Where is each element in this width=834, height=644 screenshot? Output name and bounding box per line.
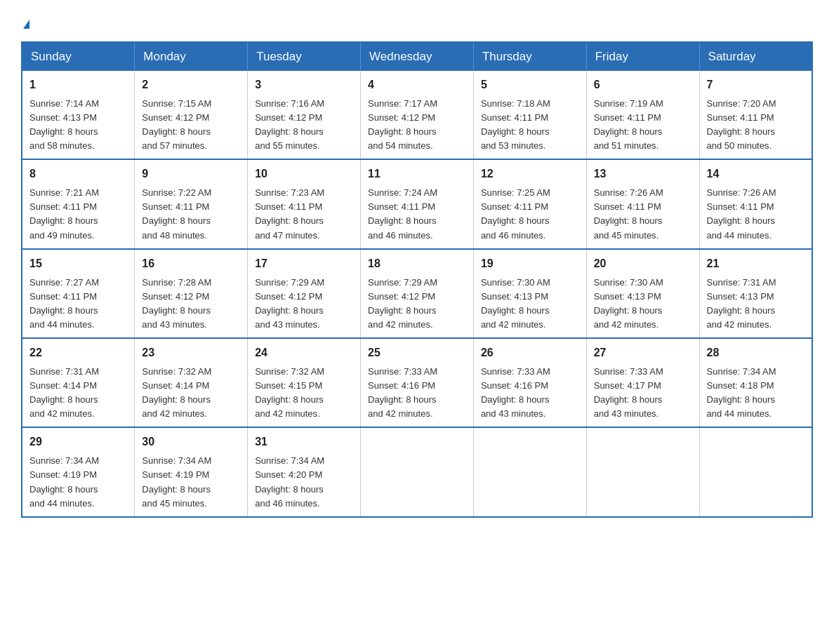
day-info: Sunrise: 7:14 AMSunset: 4:13 PMDaylight:…: [29, 97, 127, 154]
day-info: Sunrise: 7:22 AMSunset: 4:11 PMDaylight:…: [142, 186, 240, 243]
day-info: Sunrise: 7:33 AMSunset: 4:16 PMDaylight:…: [481, 365, 579, 422]
calendar-day-cell: 20Sunrise: 7:30 AMSunset: 4:13 PMDayligh…: [586, 249, 699, 338]
calendar-week-row: 1Sunrise: 7:14 AMSunset: 4:13 PMDaylight…: [22, 71, 812, 159]
calendar-day-cell: 23Sunrise: 7:32 AMSunset: 4:14 PMDayligh…: [135, 338, 248, 427]
calendar-day-cell: 1Sunrise: 7:14 AMSunset: 4:13 PMDaylight…: [22, 71, 135, 159]
calendar-week-row: 15Sunrise: 7:27 AMSunset: 4:11 PMDayligh…: [22, 249, 812, 338]
calendar-day-cell: 13Sunrise: 7:26 AMSunset: 4:11 PMDayligh…: [586, 159, 699, 248]
calendar-day-cell: 24Sunrise: 7:32 AMSunset: 4:15 PMDayligh…: [248, 338, 361, 427]
calendar-day-cell: 30Sunrise: 7:34 AMSunset: 4:19 PMDayligh…: [135, 427, 248, 516]
day-number: 18: [368, 255, 466, 273]
calendar-day-cell: 10Sunrise: 7:23 AMSunset: 4:11 PMDayligh…: [248, 159, 361, 248]
calendar-day-cell: 9Sunrise: 7:22 AMSunset: 4:11 PMDaylight…: [135, 159, 248, 248]
day-number: 26: [481, 344, 579, 362]
day-info: Sunrise: 7:21 AMSunset: 4:11 PMDaylight:…: [29, 186, 127, 243]
day-number: 14: [707, 166, 805, 183]
day-info: Sunrise: 7:31 AMSunset: 4:13 PMDaylight:…: [707, 276, 805, 333]
day-info: Sunrise: 7:20 AMSunset: 4:11 PMDaylight:…: [707, 97, 805, 154]
calendar-week-row: 8Sunrise: 7:21 AMSunset: 4:11 PMDaylight…: [22, 159, 812, 248]
weekday-header-wednesday: Wednesday: [361, 42, 474, 71]
day-info: Sunrise: 7:33 AMSunset: 4:16 PMDaylight:…: [368, 365, 466, 422]
calendar-day-cell: 6Sunrise: 7:19 AMSunset: 4:11 PMDaylight…: [586, 71, 699, 159]
day-info: Sunrise: 7:32 AMSunset: 4:14 PMDaylight:…: [142, 365, 240, 422]
day-number: 20: [594, 255, 692, 273]
day-info: Sunrise: 7:26 AMSunset: 4:11 PMDaylight:…: [707, 186, 805, 243]
day-info: Sunrise: 7:34 AMSunset: 4:19 PMDaylight:…: [29, 454, 127, 511]
day-number: 4: [368, 76, 466, 94]
logo: [21, 14, 29, 29]
day-info: Sunrise: 7:30 AMSunset: 4:13 PMDaylight:…: [594, 276, 692, 333]
calendar-table: SundayMondayTuesdayWednesdayThursdayFrid…: [21, 41, 813, 518]
day-number: 7: [707, 76, 805, 94]
day-info: Sunrise: 7:34 AMSunset: 4:20 PMDaylight:…: [255, 454, 353, 511]
day-number: 13: [594, 166, 692, 183]
day-number: 19: [481, 255, 579, 273]
calendar-day-cell: [361, 427, 474, 516]
calendar-week-row: 29Sunrise: 7:34 AMSunset: 4:19 PMDayligh…: [22, 427, 812, 516]
calendar-day-cell: 25Sunrise: 7:33 AMSunset: 4:16 PMDayligh…: [361, 338, 474, 427]
calendar-day-cell: 16Sunrise: 7:28 AMSunset: 4:12 PMDayligh…: [135, 249, 248, 338]
calendar-day-cell: 7Sunrise: 7:20 AMSunset: 4:11 PMDaylight…: [699, 71, 812, 159]
weekday-header-monday: Monday: [135, 42, 248, 71]
day-info: Sunrise: 7:34 AMSunset: 4:18 PMDaylight:…: [707, 365, 805, 422]
day-number: 25: [368, 344, 466, 362]
calendar-day-cell: 8Sunrise: 7:21 AMSunset: 4:11 PMDaylight…: [22, 159, 135, 248]
weekday-header-row: SundayMondayTuesdayWednesdayThursdayFrid…: [22, 42, 812, 71]
day-info: Sunrise: 7:29 AMSunset: 4:12 PMDaylight:…: [255, 276, 353, 333]
calendar-day-cell: 26Sunrise: 7:33 AMSunset: 4:16 PMDayligh…: [473, 338, 586, 427]
calendar-day-cell: [699, 427, 812, 516]
calendar-day-cell: 15Sunrise: 7:27 AMSunset: 4:11 PMDayligh…: [22, 249, 135, 338]
day-number: 28: [707, 344, 805, 362]
day-info: Sunrise: 7:23 AMSunset: 4:11 PMDaylight:…: [255, 186, 353, 243]
calendar-body: 1Sunrise: 7:14 AMSunset: 4:13 PMDaylight…: [22, 71, 812, 517]
calendar-day-cell: 19Sunrise: 7:30 AMSunset: 4:13 PMDayligh…: [473, 249, 586, 338]
calendar-day-cell: 12Sunrise: 7:25 AMSunset: 4:11 PMDayligh…: [473, 159, 586, 248]
day-info: Sunrise: 7:30 AMSunset: 4:13 PMDaylight:…: [481, 276, 579, 333]
calendar-day-cell: 28Sunrise: 7:34 AMSunset: 4:18 PMDayligh…: [699, 338, 812, 427]
day-number: 30: [142, 434, 240, 451]
calendar-day-cell: 14Sunrise: 7:26 AMSunset: 4:11 PMDayligh…: [699, 159, 812, 248]
page-header: [21, 14, 813, 29]
day-number: 29: [29, 434, 127, 451]
calendar-day-cell: 4Sunrise: 7:17 AMSunset: 4:12 PMDaylight…: [361, 71, 474, 159]
calendar-day-cell: 29Sunrise: 7:34 AMSunset: 4:19 PMDayligh…: [22, 427, 135, 516]
day-number: 6: [594, 76, 692, 94]
weekday-header-saturday: Saturday: [699, 42, 812, 71]
calendar-header: SundayMondayTuesdayWednesdayThursdayFrid…: [22, 42, 812, 71]
day-info: Sunrise: 7:15 AMSunset: 4:12 PMDaylight:…: [142, 97, 240, 154]
weekday-header-sunday: Sunday: [22, 42, 135, 71]
day-number: 12: [481, 166, 579, 183]
day-number: 27: [594, 344, 692, 362]
day-number: 9: [142, 166, 240, 183]
day-number: 23: [142, 344, 240, 362]
day-number: 11: [368, 166, 466, 183]
day-info: Sunrise: 7:28 AMSunset: 4:12 PMDaylight:…: [142, 276, 240, 333]
calendar-day-cell: 18Sunrise: 7:29 AMSunset: 4:12 PMDayligh…: [361, 249, 474, 338]
day-number: 3: [255, 76, 353, 94]
calendar-week-row: 22Sunrise: 7:31 AMSunset: 4:14 PMDayligh…: [22, 338, 812, 427]
day-number: 5: [481, 76, 579, 94]
weekday-header-thursday: Thursday: [473, 42, 586, 71]
day-info: Sunrise: 7:19 AMSunset: 4:11 PMDaylight:…: [594, 97, 692, 154]
day-info: Sunrise: 7:29 AMSunset: 4:12 PMDaylight:…: [368, 276, 466, 333]
day-number: 2: [142, 76, 240, 94]
weekday-header-tuesday: Tuesday: [248, 42, 361, 71]
day-number: 1: [29, 76, 127, 94]
day-info: Sunrise: 7:34 AMSunset: 4:19 PMDaylight:…: [142, 454, 240, 511]
calendar-day-cell: 3Sunrise: 7:16 AMSunset: 4:12 PMDaylight…: [248, 71, 361, 159]
calendar-day-cell: [473, 427, 586, 516]
calendar-day-cell: 5Sunrise: 7:18 AMSunset: 4:11 PMDaylight…: [473, 71, 586, 159]
day-info: Sunrise: 7:31 AMSunset: 4:14 PMDaylight:…: [29, 365, 127, 422]
calendar-day-cell: 17Sunrise: 7:29 AMSunset: 4:12 PMDayligh…: [248, 249, 361, 338]
day-number: 24: [255, 344, 353, 362]
day-info: Sunrise: 7:26 AMSunset: 4:11 PMDaylight:…: [594, 186, 692, 243]
logo-arrow-icon: [23, 20, 29, 29]
day-info: Sunrise: 7:27 AMSunset: 4:11 PMDaylight:…: [29, 276, 127, 333]
calendar-day-cell: 27Sunrise: 7:33 AMSunset: 4:17 PMDayligh…: [586, 338, 699, 427]
day-info: Sunrise: 7:18 AMSunset: 4:11 PMDaylight:…: [481, 97, 579, 154]
day-number: 17: [255, 255, 353, 273]
day-number: 15: [29, 255, 127, 273]
calendar-day-cell: 31Sunrise: 7:34 AMSunset: 4:20 PMDayligh…: [248, 427, 361, 516]
calendar-day-cell: 21Sunrise: 7:31 AMSunset: 4:13 PMDayligh…: [699, 249, 812, 338]
day-number: 21: [707, 255, 805, 273]
